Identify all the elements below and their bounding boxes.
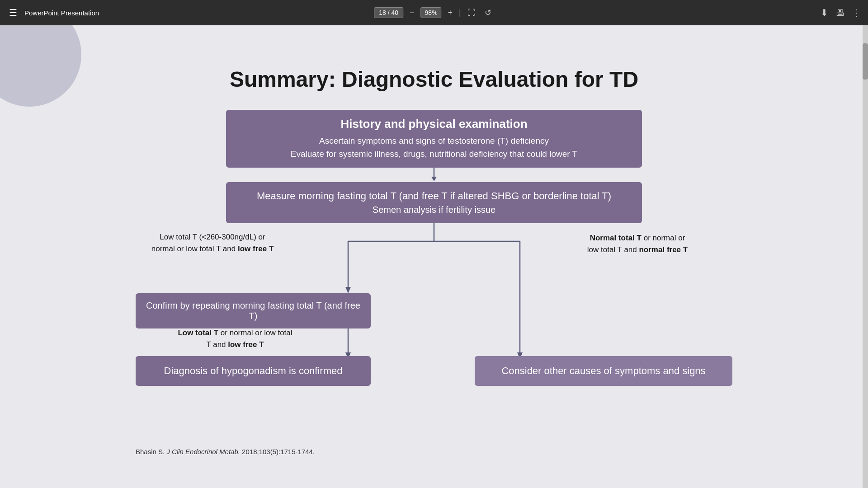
citation-italic: J Clin Endocrinol Metab. [166, 448, 240, 455]
left-lower-rest1: or normal or low total [218, 328, 292, 337]
app-title: PowerPoint Presentation [24, 9, 99, 17]
toolbar-center: 18 / 40 − 98% + | ⛶ ↺ [374, 6, 494, 19]
measure-box-line2: Semen analysis if fertility issue [237, 205, 631, 215]
right-label-bold2: normal free T [639, 245, 688, 254]
history-box-line1: Ascertain symptoms and signs of testoste… [237, 135, 631, 148]
left-lower-bold2: low free T [228, 340, 264, 349]
print-button[interactable]: 🖶 [835, 8, 844, 18]
arrow-1 [136, 168, 732, 182]
flowchart: History and physical examination Ascerta… [136, 110, 732, 386]
hypo-box: Diagnosis of hypogonadism is confirmed [136, 356, 371, 386]
toolbar: ☰ PowerPoint Presentation 18 / 40 − 98% … [0, 0, 868, 25]
consider-box-wrapper: Consider other causes of symptoms and si… [475, 356, 732, 386]
branch-area: Low total T (<260-300ng/dL) or normal or… [136, 223, 732, 386]
history-box: History and physical examination Ascerta… [226, 110, 642, 168]
corner-decoration [0, 25, 81, 107]
page-total: 40 [391, 9, 398, 16]
left-lower-text: Low total T or normal or low total T and… [163, 327, 307, 350]
rotate-button[interactable]: ↺ [482, 6, 494, 19]
menu-icon[interactable]: ☰ [7, 5, 19, 20]
zoom-level[interactable]: 98% [421, 7, 442, 18]
measure-box-line1: Measure morning fasting total T (and fre… [237, 190, 631, 202]
right-label-rest1: or normal or [642, 234, 685, 242]
scrollbar[interactable] [863, 25, 868, 488]
zoom-in-button[interactable]: + [445, 6, 456, 19]
scrollbar-thumb[interactable] [863, 43, 868, 80]
page-current: 18 [379, 9, 386, 16]
measure-box: Measure morning fasting total T (and fre… [226, 182, 642, 223]
citation-suffix: 2018;103(5):1715-1744. [240, 448, 315, 455]
history-box-title: History and physical examination [237, 117, 631, 131]
consider-box: Consider other causes of symptoms and si… [475, 356, 732, 386]
right-label-bold1: Normal total T [590, 234, 642, 242]
citation: Bhasin S. J Clin Endocrinol Metab. 2018;… [136, 448, 315, 455]
left-lower-line2: T and [206, 340, 228, 349]
svg-marker-5 [345, 287, 351, 293]
confirm-box: Confirm by repeating morning fasting tot… [136, 293, 371, 328]
left-label-bold: low free T [238, 244, 274, 253]
citation-prefix: Bhasin S. [136, 448, 166, 455]
right-label: Normal total T or normal or low total T … [565, 232, 710, 255]
left-label-text1: Low total T (<260-300ng/dL) or [160, 233, 265, 241]
page-separator: / [388, 9, 390, 16]
confirm-box-wrapper: Confirm by repeating morning fasting tot… [136, 293, 371, 328]
hypo-box-wrapper: Diagnosis of hypogonadism is confirmed [136, 356, 371, 386]
slide-title: Summary: Diagnostic Evaluation for TD [136, 67, 732, 92]
slide-container: Summary: Diagnostic Evaluation for TD Hi… [0, 25, 868, 488]
svg-marker-1 [431, 177, 437, 181]
more-button[interactable]: ⋮ [852, 7, 861, 18]
left-lower-bold1: Low total T [178, 328, 218, 337]
download-button[interactable]: ⬇ [821, 7, 828, 18]
history-box-line2: Evaluate for systemic illness, drugs, nu… [237, 148, 631, 161]
slide: Summary: Diagnostic Evaluation for TD Hi… [108, 49, 760, 465]
fullscreen-button[interactable]: ⛶ [465, 6, 478, 19]
right-label-line2: low total T and [587, 245, 639, 254]
left-label: Low total T (<260-300ng/dL) or normal or… [145, 231, 280, 254]
toolbar-right: ⬇ 🖶 ⋮ [821, 7, 861, 18]
left-label-text2: normal or low total T and [151, 244, 238, 253]
zoom-out-button[interactable]: − [407, 6, 417, 19]
page-indicator[interactable]: 18 / 40 [374, 7, 403, 18]
separator: | [459, 8, 461, 18]
